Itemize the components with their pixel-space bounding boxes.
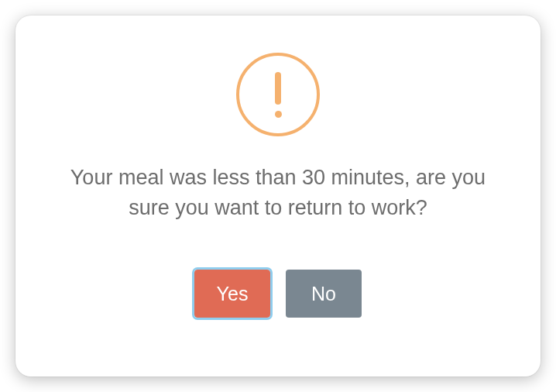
- warning-icon: [236, 53, 320, 136]
- confirmation-dialog: Your meal was less than 30 minutes, are …: [15, 15, 541, 377]
- dialog-message: Your meal was less than 30 minutes, are …: [53, 163, 503, 223]
- exclamation-icon: [275, 72, 282, 118]
- no-button[interactable]: No: [286, 270, 362, 318]
- yes-button[interactable]: Yes: [194, 270, 270, 318]
- button-row: Yes No: [194, 270, 362, 318]
